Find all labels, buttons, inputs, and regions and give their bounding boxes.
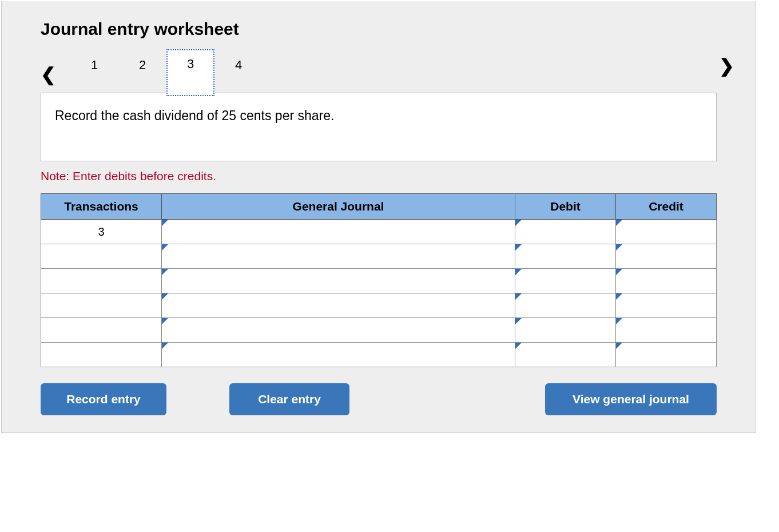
prev-arrow-icon[interactable]: ❮ (41, 63, 55, 85)
cell-credit[interactable] (616, 293, 717, 318)
header-general-journal: General Journal (162, 194, 515, 220)
cell-general-journal[interactable] (162, 343, 515, 367)
cell-credit[interactable] (616, 244, 717, 269)
button-row: Record entry Clear entry View general jo… (41, 383, 717, 415)
table-row: 3 (41, 220, 717, 244)
dropdown-marker-icon (616, 293, 622, 300)
cell-general-journal[interactable] (162, 293, 515, 318)
cell-transaction: 3 (41, 220, 162, 244)
cell-debit[interactable] (515, 220, 616, 244)
cell-general-journal[interactable] (162, 318, 515, 343)
step-nav: ❮ 1 2 3 4 ❯ (41, 53, 717, 96)
dropdown-marker-icon (515, 269, 522, 275)
table-row (41, 244, 717, 269)
steps-container: 1 2 3 4 (70, 53, 263, 96)
dropdown-marker-icon (162, 343, 168, 349)
note-text: Note: Enter debits before credits. (41, 169, 745, 183)
dropdown-marker-icon (515, 343, 522, 349)
cell-credit[interactable] (616, 269, 717, 293)
dropdown-marker-icon (616, 343, 622, 349)
clear-entry-button[interactable]: Clear entry (229, 383, 349, 415)
cell-transaction (41, 269, 162, 293)
header-credit: Credit (616, 194, 717, 220)
cell-credit[interactable] (616, 343, 717, 367)
cell-credit[interactable] (616, 318, 717, 343)
dropdown-marker-icon (515, 220, 522, 226)
page-title: Journal entry worksheet (41, 19, 745, 39)
cell-general-journal[interactable] (162, 220, 515, 244)
dropdown-marker-icon (515, 293, 522, 300)
dropdown-marker-icon (616, 220, 622, 226)
cell-debit[interactable] (515, 269, 616, 293)
dropdown-marker-icon (616, 269, 622, 275)
record-entry-button[interactable]: Record entry (41, 383, 166, 415)
cell-debit[interactable] (515, 244, 616, 269)
cell-transaction (41, 293, 162, 318)
journal-table: Transactions General Journal Debit Credi… (41, 193, 717, 367)
dropdown-marker-icon (162, 293, 168, 300)
cell-transaction (41, 244, 162, 269)
prompt-box: Record the cash dividend of 25 cents per… (41, 93, 717, 161)
step-4[interactable]: 4 (214, 53, 263, 84)
dropdown-marker-icon (616, 318, 622, 324)
header-transactions: Transactions (41, 194, 162, 220)
dropdown-marker-icon (162, 244, 168, 251)
dropdown-marker-icon (616, 244, 622, 251)
cell-debit[interactable] (515, 318, 616, 343)
dropdown-marker-icon (162, 220, 168, 226)
step-2[interactable]: 2 (118, 53, 166, 84)
cell-transaction (41, 318, 162, 343)
dropdown-marker-icon (515, 318, 522, 324)
view-general-journal-button[interactable]: View general journal (545, 383, 717, 415)
table-row (41, 318, 717, 343)
table-row (41, 293, 717, 318)
step-1[interactable]: 1 (70, 53, 118, 84)
cell-debit[interactable] (515, 343, 616, 367)
dropdown-marker-icon (162, 269, 168, 275)
cell-transaction (41, 343, 162, 367)
cell-general-journal[interactable] (162, 269, 515, 293)
cell-general-journal[interactable] (162, 244, 515, 269)
table-row (41, 343, 717, 367)
cell-debit[interactable] (515, 293, 616, 318)
dropdown-marker-icon (162, 318, 168, 324)
prompt-text: Record the cash dividend of 25 cents per… (55, 108, 334, 123)
header-debit: Debit (515, 194, 616, 220)
next-arrow-icon[interactable]: ❯ (719, 55, 734, 77)
cell-credit[interactable] (616, 220, 717, 244)
journal-tbody: 3 (41, 220, 717, 367)
step-3[interactable]: 3 (166, 49, 214, 96)
table-row (41, 269, 717, 293)
worksheet-panel: Journal entry worksheet ❮ 1 2 3 4 ❯ Reco… (1, 1, 756, 433)
journal-table-wrap: Transactions General Journal Debit Credi… (41, 193, 717, 367)
dropdown-marker-icon (515, 244, 522, 251)
